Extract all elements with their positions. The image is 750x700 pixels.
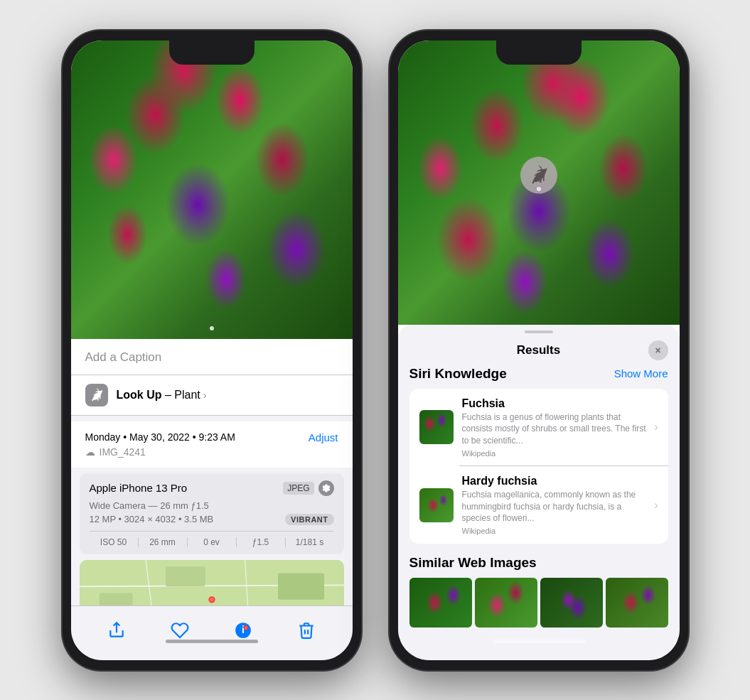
notch-right: [496, 41, 582, 65]
trash-icon: [297, 621, 316, 640]
map-roads-svg: [80, 560, 344, 605]
similar-image-1[interactable]: [409, 578, 472, 628]
meta-section: Monday • May 30, 2022 • 9:23 AM Adjust ☁…: [71, 421, 353, 468]
hardy-chevron-icon: ›: [654, 499, 658, 512]
camera-settings-icon[interactable]: [318, 480, 334, 496]
results-content: Siri Knowledge Show More Fuchsia Fuchsia…: [398, 366, 680, 659]
page-indicator: [210, 326, 214, 330]
similar-image-3[interactable]: [540, 578, 603, 628]
heart-icon: [171, 621, 189, 640]
svg-text:i: i: [242, 624, 245, 635]
right-phone-screen: Results × Siri Knowledge Show More: [398, 41, 680, 660]
cloud-icon: ☁: [85, 446, 95, 458]
similar-image-2[interactable]: [475, 578, 537, 628]
meta-date: Monday • May 30, 2022 • 9:23 AM: [85, 431, 235, 443]
svg-rect-7: [278, 573, 324, 599]
similar-section: Similar Web Images: [409, 555, 668, 628]
lookup-icon: [85, 384, 108, 406]
siri-knowledge-header: Siri Knowledge Show More: [409, 366, 668, 382]
fuchsia-thumb-img: [419, 410, 454, 444]
fuchsia-text: Fuchsia Fuchsia is a genus of flowering …: [462, 397, 649, 458]
resolution: 12 MP • 3024 × 4032 • 3.5 MB: [90, 514, 214, 524]
results-header: Results ×: [398, 333, 680, 366]
exif-ev: 0 ev: [188, 537, 237, 547]
similar-title: Similar Web Images: [409, 555, 668, 571]
fuchsia-name: Fuchsia: [462, 397, 649, 410]
hardy-thumbnail: [419, 488, 454, 522]
settings-gear-icon: [321, 483, 331, 493]
knowledge-item-hardy[interactable]: Hardy fuchsia Fuchsia magellanica, commo…: [409, 466, 668, 544]
info-section: Add a Caption Look Up – Plant ›: [71, 339, 353, 605]
hardy-source: Wikipedia: [462, 527, 649, 535]
lookup-chevron-icon: ›: [203, 389, 207, 401]
right-phone: Results × Siri Knowledge Show More: [390, 31, 688, 670]
flower-image-left: [71, 41, 353, 339]
lookup-label: Look Up – Plant: [117, 389, 200, 402]
fuchsia-thumbnail: [419, 410, 454, 444]
results-title: Results: [429, 343, 648, 357]
knowledge-card: Fuchsia Fuchsia is a genus of flowering …: [409, 389, 668, 544]
caption-placeholder[interactable]: Add a Caption: [85, 350, 162, 364]
leaf-icon: [90, 388, 104, 402]
hardy-text: Hardy fuchsia Fuchsia magellanica, commo…: [462, 475, 649, 535]
left-phone-screen: Add a Caption Look Up – Plant ›: [71, 41, 353, 660]
svg-rect-6: [99, 593, 132, 605]
device-name: Apple iPhone 13 Pro: [90, 482, 188, 494]
photo-left[interactable]: [71, 41, 353, 339]
svg-point-9: [210, 598, 214, 602]
similar-image-4[interactable]: [606, 578, 668, 628]
toolbar: i !: [71, 605, 353, 660]
siri-dot: [537, 187, 541, 191]
adjust-button[interactable]: Adjust: [309, 431, 338, 443]
hardy-description: Fuchsia magellanica, commonly known as t…: [462, 489, 649, 524]
home-indicator-left: [166, 640, 258, 643]
svg-text:!: !: [245, 625, 247, 630]
results-panel: Results × Siri Knowledge Show More: [398, 325, 680, 660]
siri-knowledge-title: Siri Knowledge: [409, 366, 507, 382]
close-button[interactable]: ×: [648, 340, 668, 360]
fuchsia-source: Wikipedia: [462, 449, 649, 458]
map-section[interactable]: [80, 560, 344, 605]
notch: [169, 41, 255, 65]
exif-row: ISO 50 26 mm 0 ev ƒ1.5 1/181 s: [90, 531, 334, 547]
jpeg-badge: JPEG: [283, 482, 314, 495]
similar-images-grid: [409, 578, 668, 628]
exif-shutter: 1/181 s: [286, 537, 334, 547]
filename: IMG_4241: [100, 446, 146, 458]
exif-iso: ISO 50: [90, 537, 139, 547]
exif-focal: 26 mm: [139, 537, 188, 547]
leaf-lookup-icon: [529, 165, 549, 185]
left-phone: Add a Caption Look Up – Plant ›: [63, 31, 361, 670]
knowledge-item-fuchsia[interactable]: Fuchsia Fuchsia is a genus of flowering …: [409, 389, 668, 466]
hardy-name: Hardy fuchsia: [462, 475, 649, 488]
vibrant-badge: VIBRANT: [285, 514, 333, 525]
home-indicator-right: [493, 640, 585, 643]
info-icon: i !: [234, 621, 252, 640]
camera-spec: Wide Camera — 26 mm ƒ1.5: [90, 500, 334, 511]
fuchsia-chevron-icon: ›: [654, 421, 658, 434]
show-more-button[interactable]: Show More: [614, 367, 668, 379]
lookup-row[interactable]: Look Up – Plant ›: [71, 375, 353, 416]
phones-container: Add a Caption Look Up – Plant ›: [63, 31, 688, 670]
caption-field[interactable]: Add a Caption: [71, 339, 353, 375]
photo-right: [398, 41, 680, 325]
share-button[interactable]: [101, 615, 132, 646]
fuchsia-description: Fuchsia is a genus of flowering plants t…: [462, 411, 649, 447]
exif-aperture: ƒ1.5: [237, 537, 286, 547]
device-section: Apple iPhone 13 Pro JPEG Wide Camera — 2…: [80, 473, 344, 554]
share-icon: [107, 621, 126, 640]
delete-button[interactable]: [291, 615, 322, 646]
hardy-thumb-img: [419, 488, 454, 522]
svg-rect-5: [165, 566, 205, 586]
